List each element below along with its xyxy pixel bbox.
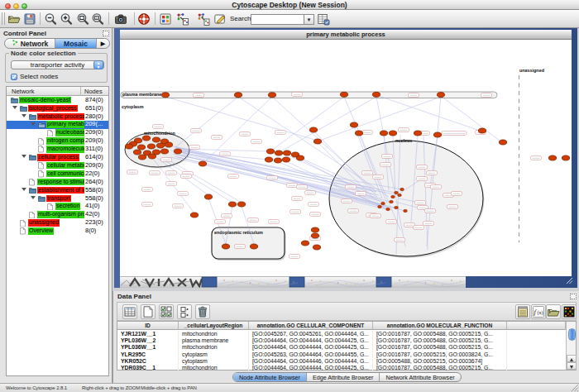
expander-icon[interactable] [22,188,26,191]
file-icon [38,170,44,178]
attribute-batch-icon[interactable] [316,12,331,26]
table-row[interactable]: YKR052Ccytoplasm[GO:0044464, GO:0044446,… [117,358,566,365]
attribute-list-icon[interactable] [515,304,530,319]
close-button[interactable] [5,3,11,9]
column-header-blank[interactable] [507,322,566,330]
network-view-window: primary metabolic process plasma membran… [114,28,577,288]
tree-row-secretion[interactable]: secretion41(0) [7,203,108,211]
attribute-table-icon[interactable] [122,304,137,319]
float-panel-icon[interactable] [103,31,109,36]
tree-row-response-to-stimul[interactable]: response to stimul264(0) [7,178,108,186]
minimize-button[interactable] [13,3,19,9]
select-nodes-checkbox[interactable]: ✓ [11,74,17,80]
scroll-up-button[interactable] [567,355,577,362]
tab-mosaic[interactable]: Mosaic [55,39,97,48]
tree-row-count: 223(0) [85,219,103,227]
tree-row-overview[interactable]: Overview8(0) [7,227,108,235]
cytopanel-grid-icon[interactable] [158,12,173,26]
tree-row-establishment-of-lo[interactable]: establishment of lo558(0) [7,186,108,194]
tree-row-primary-metabo[interactable]: primary metabo209(... [7,121,108,129]
select-attributes-icon[interactable] [159,304,174,319]
table-row[interactable]: YPL036W__1mitochondrion[GO:0044464, GO:0… [117,344,566,351]
tree-row-cellular-process[interactable]: cellular process614(0) [7,153,108,161]
tree-row-count: 209(0) [85,137,103,145]
new-attribute-icon[interactable] [141,304,156,319]
open-folder-icon[interactable] [7,12,22,26]
expander-icon[interactable] [31,122,36,126]
zoom-in-icon[interactable] [59,12,74,26]
unselect-attributes-icon[interactable] [177,304,192,319]
tree-row-count: 558(0) [85,195,103,203]
folder-icon [20,105,27,112]
expander-icon[interactable] [31,196,36,199]
zoom-button[interactable] [22,3,27,9]
node-color-combo[interactable]: transporter activity ▲▼ [11,60,104,69]
tree-row-cell-communicat[interactable]: cell communicat22(0) [7,170,108,178]
table-scrollbar[interactable] [566,322,576,370]
table-row[interactable]: YDR039C__1mitochondrion[GO:0044464, GO:0… [117,365,566,370]
table-row[interactable]: YJR121W__1mitochondrion[GO:0045267, GO:0… [117,331,566,337]
matrix-view-icon[interactable] [562,304,577,319]
window-zoom-button[interactable] [145,32,151,38]
tree-row-nitrogen-compo[interactable]: nitrogen compo209(0) [7,137,108,146]
window-close-button[interactable] [125,32,131,38]
table-row[interactable]: YPL036W__2plasma membrane[GO:0044464, GO… [117,337,566,344]
tree-row-label: multi-organism pro [37,211,84,218]
function-builder-icon[interactable]: f(x) [531,304,546,319]
network-tree-icon [12,39,19,49]
tab-edge-attribute-browser[interactable]: Edge Attribute Browser [307,373,380,381]
help-lifesaver-icon[interactable] [136,12,151,26]
window-resize-grip-inner[interactable] [566,277,573,284]
column-header-annotation.GO MOLECULAR_FUNCTION[interactable]: annotation.GO MOLECULAR_FUNCTION [373,322,507,330]
column-header-ID[interactable]: ID [117,322,179,330]
window-minimize-button[interactable] [135,32,141,38]
window-resize-grip[interactable] [571,384,579,392]
table-cell: [GO:0045263, GO:0044464, GO:0044455, G..… [249,351,373,358]
tab-network-attribute-browser[interactable]: Network Attribute Browser [380,373,460,381]
network-tree-header: Network Nodes [7,87,108,96]
import-attributes-icon[interactable] [546,304,561,319]
zoom-selected-icon[interactable] [75,12,90,26]
table-row[interactable]: YLR295Ccytoplasm[GO:0045263, GO:0044464,… [117,351,566,358]
table-cell: cytoplasm [179,351,249,358]
expander-icon[interactable] [22,155,26,158]
network-window-titlebar[interactable]: primary metabolic process [120,30,572,40]
toolbar-drag-handle[interactable] [2,12,5,25]
network-canvas[interactable]: plasma membranecytoplasm mitochondrion n… [120,40,572,276]
tree-row-cellular-metabo[interactable]: cellular metabo209(0) [7,161,108,170]
scrollbar-thumb[interactable] [568,328,576,341]
tree-row-unassigned[interactable]: unassigned223(0) [7,219,108,227]
search-input[interactable] [251,14,304,25]
expander-icon[interactable] [22,114,26,117]
tree-row-multi-organism-pro[interactable]: multi-organism pro42(0) [7,211,108,219]
expander-icon[interactable] [12,106,17,109]
tree-row-transport[interactable]: transport558(0) [7,194,108,203]
tree-row-count: 311(0) [85,146,103,153]
tree-row-mosaic-demo-yeast[interactable]: mosaic-demo-yeast874(0) [7,96,108,104]
table-cell: mitochondrion [179,365,249,370]
save-icon[interactable] [22,12,37,26]
snapshot-camera-icon[interactable] [113,12,128,26]
tab-network[interactable]: Network [5,39,55,48]
zoom-out-icon[interactable] [43,12,58,26]
search-dropdown-button[interactable]: ▼ [304,14,314,25]
zoom-fit-icon[interactable]: 1:1 [90,12,105,26]
folder-icon [11,97,18,103]
tree-row-nucleobase-[interactable]: nucleobase-209(0) [7,129,108,137]
tree-row-biological-process[interactable]: biological_process651(0) [7,104,108,112]
export-network-icon[interactable] [196,12,211,26]
tree-row-metabolic-process[interactable]: metabolic process280(0) [7,112,108,121]
folder-icon [29,113,36,120]
annotation-icon[interactable] [213,12,227,26]
tab-overflow-button[interactable]: ▶ [97,39,109,48]
import-network-icon[interactable] [175,12,190,26]
attribute-table-body: YJR121W__1mitochondrion[GO:0045267, GO:0… [117,331,566,370]
column-header-annotation.GO CELLULAR_COMPONENT[interactable]: annotation.GO CELLULAR_COMPONENT [249,322,373,330]
column-header-_cellularLayoutRegion[interactable]: _cellularLayoutRegion [179,322,249,330]
delete-attribute-icon[interactable] [195,304,210,319]
scroll-down-button[interactable] [567,362,577,370]
tab-node-attribute-browser[interactable]: Node Attribute Browser [233,373,307,381]
tree-row-macromolecule[interactable]: macromolecule311(0) [7,145,108,153]
float-panel-icon[interactable] [570,294,577,299]
table-cell: cytoplasm [179,358,249,365]
